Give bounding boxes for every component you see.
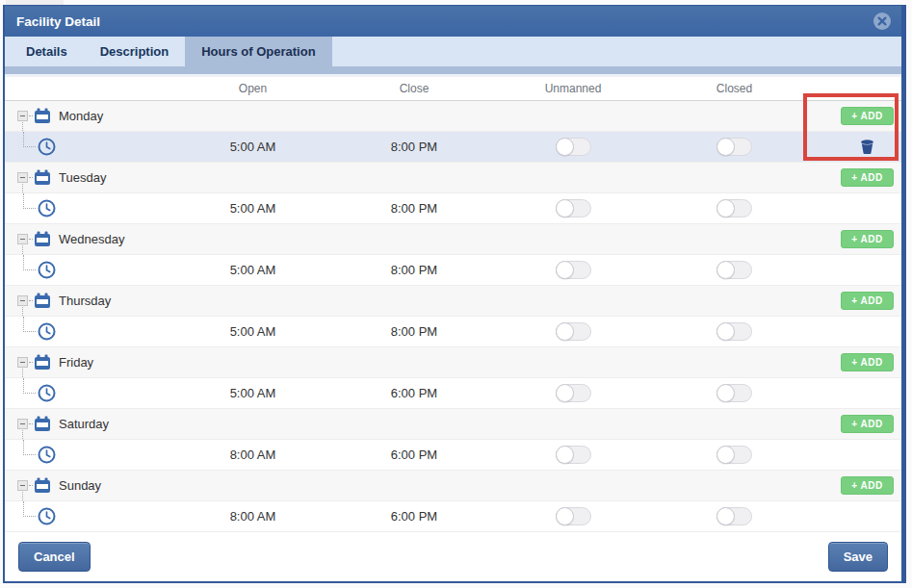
add-button-label: + ADD (851, 295, 882, 306)
unmanned-toggle[interactable] (556, 261, 591, 279)
hours-row: 8:00 AM 6:00 PM (5, 501, 901, 532)
hours-row: 5:00 AM 8:00 PM (5, 132, 901, 163)
tree-collapse-icon[interactable] (17, 419, 28, 429)
unmanned-toggle[interactable] (556, 138, 591, 156)
tree-collapse-icon[interactable] (17, 480, 28, 491)
toggle-knob (717, 199, 735, 217)
open-time-value[interactable]: 8:00 AM (188, 447, 318, 462)
closed-toggle[interactable] (717, 507, 752, 525)
closed-toggle[interactable] (717, 384, 752, 402)
toggle-knob (556, 261, 574, 279)
clock-icon (38, 138, 56, 156)
close-time-value[interactable]: 8:00 PM (318, 324, 510, 339)
day-row: Friday + ADD (5, 347, 901, 378)
calendar-icon (34, 108, 51, 124)
toggle-knob (717, 261, 735, 279)
day-group: Sunday + ADD 8:00 AM 6:00 PM (5, 471, 901, 532)
open-time-value[interactable]: 5:00 AM (188, 324, 318, 339)
facility-detail-modal: Facility Detail Details Description Hour… (3, 5, 906, 583)
closed-toggle[interactable] (717, 138, 752, 156)
open-time-value[interactable]: 8:00 AM (188, 509, 318, 524)
day-group: Wednesday + ADD 5:00 AM 8:00 PM (5, 224, 901, 286)
add-button-label: + ADD (851, 480, 882, 491)
day-label: Friday (59, 355, 93, 370)
add-button-label: + ADD (851, 172, 882, 183)
day-label: Sunday (59, 478, 101, 493)
add-hours-button[interactable]: + ADD (841, 168, 893, 187)
tree-connector (23, 255, 36, 270)
tree-collapse-icon[interactable] (17, 111, 28, 121)
tab-hours-of-operation[interactable]: Hours of Operation (185, 37, 331, 66)
clock-icon (38, 507, 56, 525)
open-time-value[interactable]: 5:00 AM (188, 386, 318, 400)
close-time-value[interactable]: 6:00 PM (318, 509, 510, 524)
cancel-button[interactable]: Cancel (18, 542, 91, 572)
tree-connector (23, 501, 36, 517)
day-label: Saturday (59, 417, 109, 431)
calendar-icon (34, 477, 51, 494)
calendar-icon (34, 169, 51, 186)
tree-collapse-icon[interactable] (17, 357, 28, 368)
day-label: Wednesday (59, 232, 124, 246)
toggle-knob (717, 446, 735, 464)
add-hours-button[interactable]: + ADD (841, 415, 893, 433)
modal-titlebar: Facility Detail (5, 6, 901, 37)
unmanned-toggle[interactable] (556, 507, 591, 525)
clock-icon (38, 261, 56, 279)
tab-bar: Details Description Hours of Operation (5, 37, 901, 66)
tree-connector (23, 317, 36, 332)
unmanned-toggle[interactable] (556, 199, 591, 217)
add-hours-button[interactable]: + ADD (841, 353, 893, 371)
add-hours-button[interactable]: + ADD (841, 230, 893, 248)
unmanned-toggle[interactable] (556, 446, 591, 464)
add-hours-button[interactable]: + ADD (841, 292, 893, 310)
close-time-value[interactable]: 6:00 PM (318, 386, 510, 400)
calendar-icon (34, 354, 51, 371)
closed-toggle[interactable] (717, 199, 752, 217)
add-hours-button[interactable]: + ADD (841, 476, 893, 495)
tree-connector (23, 378, 36, 394)
open-time-value[interactable]: 5:00 AM (188, 140, 318, 154)
day-group: Tuesday + ADD 5:00 AM 8:00 PM (5, 163, 901, 224)
tree-collapse-icon[interactable] (17, 295, 28, 306)
tree-connector (23, 440, 36, 455)
closed-toggle[interactable] (717, 322, 752, 341)
modal-footer: Cancel Save (5, 532, 901, 581)
day-group: Saturday + ADD 8:00 AM 6:00 PM (5, 409, 901, 471)
tab-description[interactable]: Description (84, 37, 186, 66)
unmanned-toggle[interactable] (556, 384, 591, 402)
toggle-knob (556, 199, 574, 217)
save-button[interactable]: Save (828, 542, 888, 572)
toggle-knob (556, 446, 574, 464)
tree-collapse-icon[interactable] (17, 172, 28, 183)
tree-connector (23, 193, 36, 209)
tree-collapse-icon[interactable] (17, 234, 28, 244)
clock-icon (38, 199, 56, 217)
close-time-value[interactable]: 6:00 PM (318, 447, 510, 462)
close-time-value[interactable]: 8:00 PM (318, 263, 510, 277)
toggle-knob (717, 322, 735, 341)
column-header-closed: Closed (636, 82, 833, 95)
add-button-label: + ADD (851, 419, 882, 429)
clock-icon (38, 322, 56, 341)
day-row: Thursday + ADD (5, 286, 901, 317)
closed-toggle[interactable] (717, 446, 752, 464)
open-time-value[interactable]: 5:00 AM (188, 263, 318, 277)
trash-icon[interactable] (859, 139, 875, 155)
close-time-value[interactable]: 8:00 PM (318, 201, 510, 216)
add-hours-button[interactable]: + ADD (841, 107, 893, 125)
modal-title: Facility Detail (16, 14, 873, 29)
tab-details[interactable]: Details (10, 37, 84, 66)
closed-toggle[interactable] (717, 261, 752, 279)
tree-connector (23, 132, 36, 147)
open-time-value[interactable]: 5:00 AM (188, 201, 318, 216)
day-label: Tuesday (59, 170, 106, 185)
clock-icon (38, 446, 56, 464)
day-group: Friday + ADD 5:00 AM 6:00 PM (5, 347, 901, 409)
close-icon[interactable] (873, 12, 892, 31)
hours-row: 5:00 AM 8:00 PM (5, 193, 901, 224)
column-header-close: Close (318, 82, 510, 95)
add-button-label: + ADD (851, 357, 882, 368)
unmanned-toggle[interactable] (556, 322, 591, 341)
close-time-value[interactable]: 8:00 PM (318, 140, 510, 154)
